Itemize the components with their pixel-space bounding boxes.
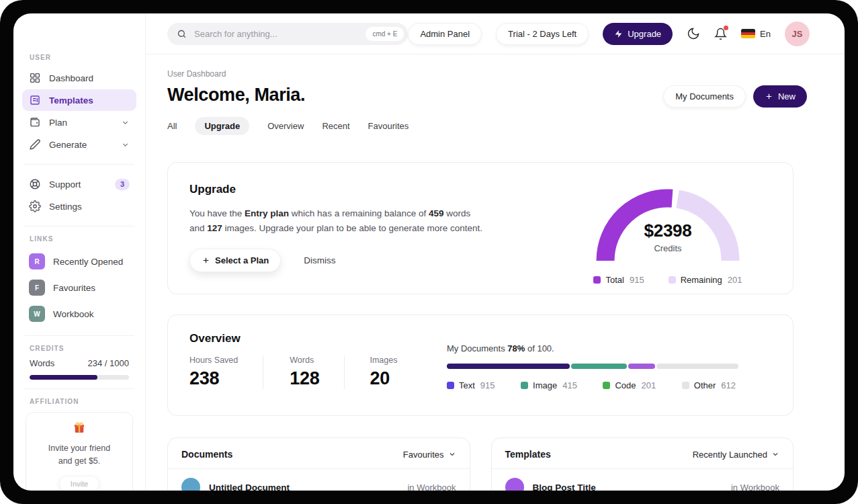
credits-row: Words 234 / 1000 — [30, 358, 129, 368]
filter-label: Favourites — [403, 450, 444, 460]
user-avatar[interactable]: JS — [785, 22, 810, 46]
upgrade-button[interactable]: Upgrade — [603, 23, 673, 45]
credits-amount: $2398 — [587, 220, 748, 241]
tab-overview[interactable]: Overview — [267, 121, 304, 131]
stat-words: Words 128 — [263, 355, 344, 389]
affiliation-text-line2: and get $5. — [58, 456, 101, 466]
upgrade-card: Upgrade You have the Entry plan which ha… — [167, 162, 793, 294]
sidebar-item-generate[interactable]: Generate — [22, 134, 136, 155]
dismiss-button[interactable]: Dismiss — [300, 255, 339, 266]
credits-metric-label: Words — [30, 358, 54, 368]
list-item[interactable]: Blog Post Title in Workbook — [492, 469, 793, 491]
panel-title: Documents — [181, 449, 232, 460]
template-avatar — [505, 478, 524, 491]
affiliation-card: Invite your friend and get $5. Invite — [26, 412, 133, 491]
dashboard-grid-icon — [29, 72, 41, 84]
plus-icon — [202, 256, 210, 265]
german-flag-icon — [741, 29, 755, 38]
legend-swatch — [669, 276, 676, 284]
sidebar-link-workbook[interactable]: W Workbook — [22, 301, 136, 327]
new-button-label: New — [778, 91, 796, 101]
tab-upgrade[interactable]: Upgrade — [195, 117, 249, 135]
panel-header: Documents Favourites — [168, 438, 470, 469]
trial-status-button[interactable]: Trial - 2 Days Left — [496, 23, 589, 45]
documents-bar-legend: Text915Image415Code201Other612 — [447, 380, 738, 390]
sidebar-item-templates[interactable]: Templates — [22, 89, 136, 111]
templates-filter-dropdown[interactable]: Recently Launched — [693, 450, 779, 460]
stat-label: Words — [290, 355, 319, 365]
chevron-down-icon — [121, 118, 130, 127]
legend-name: Remaining — [681, 275, 722, 285]
wallet-icon — [29, 116, 41, 128]
upgrade-button-label: Upgrade — [628, 29, 661, 39]
documents-stacked-bar — [447, 364, 738, 369]
sidebar-item-support[interactable]: Support 3 — [22, 173, 136, 195]
bar-legend-item: Text915 — [447, 380, 495, 390]
new-button[interactable]: New — [753, 85, 807, 108]
admin-panel-button[interactable]: Admin Panel — [408, 23, 482, 45]
documents-panel: Documents Favourites Untitled Document i… — [167, 437, 470, 491]
document-avatar — [181, 478, 200, 491]
sidebar-item-plan[interactable]: Plan — [22, 112, 136, 133]
credits-section-label: CREDITS — [30, 345, 129, 352]
search-bar[interactable]: cmd + E — [167, 23, 408, 45]
body-text: images. Upgrade your plan to be able to … — [222, 223, 482, 233]
caption-text: of 100. — [525, 343, 554, 353]
chevron-down-icon — [771, 450, 779, 458]
search-input[interactable] — [193, 28, 359, 40]
legend-name: Code — [615, 380, 636, 390]
legend-value: 915 — [480, 380, 495, 390]
search-icon — [177, 29, 187, 39]
chevron-down-icon — [448, 450, 456, 458]
filter-label: Recently Launched — [693, 450, 767, 460]
legend-swatch — [603, 382, 610, 389]
tab-recent[interactable]: Recent — [322, 121, 349, 131]
credits-caption: Credits — [587, 243, 748, 253]
credits-value: 234 / 1000 — [88, 358, 129, 368]
plan-name: Entry plan — [245, 208, 289, 218]
legend-swatch — [521, 382, 528, 389]
notifications-button[interactable] — [714, 28, 727, 40]
documents-percent: 78% — [507, 343, 525, 353]
tab-all[interactable]: All — [167, 121, 177, 131]
sidebar-link-favourites[interactable]: F Favourites — [22, 275, 136, 300]
stat-value: 128 — [290, 368, 319, 389]
sidebar-item-label: Support — [49, 179, 81, 190]
gauge-center-text: $2398 Credits — [587, 220, 748, 253]
bar-legend-item: Other612 — [682, 380, 736, 390]
plus-icon — [765, 92, 773, 101]
document-title: Untitled Document — [209, 482, 290, 491]
sidebar-item-label: Dashboard — [49, 73, 93, 83]
header-actions: My Documents New — [663, 85, 807, 108]
sidebar-link-recently-opened[interactable]: R Recently Opened — [22, 249, 136, 274]
list-item[interactable]: Untitled Document in Workbook — [168, 469, 470, 491]
legend-value: 915 — [630, 275, 644, 285]
credits-gauge: $2398 Credits Total915Remaining201 — [583, 180, 753, 285]
search-shortcut-hint: cmd + E — [366, 27, 404, 41]
link-letter-square: F — [29, 280, 45, 296]
credits-progress-track — [30, 375, 129, 380]
support-count-badge: 3 — [115, 179, 130, 190]
legend-swatch — [682, 382, 689, 389]
select-plan-button[interactable]: Select a Plan — [189, 249, 281, 272]
stat-label: Images — [370, 355, 397, 365]
documents-filter-dropdown[interactable]: Favourites — [403, 450, 456, 460]
stat-value: 20 — [370, 368, 397, 389]
legend-name: Text — [459, 380, 475, 390]
language-selector[interactable]: En — [741, 29, 771, 39]
dark-mode-toggle[interactable] — [687, 27, 700, 40]
sidebar-item-dashboard[interactable]: Dashboard — [22, 67, 136, 89]
sidebar-item-settings[interactable]: Settings — [22, 196, 136, 217]
sidebar-divider — [24, 226, 134, 226]
legend-name: Image — [533, 380, 557, 390]
page-content: User Dashboard Welcome, Maria. My Docume… — [146, 54, 845, 491]
gift-icon — [73, 421, 86, 437]
invite-button[interactable]: Invite — [59, 476, 99, 491]
credits-progress-fill — [30, 375, 97, 380]
my-documents-button[interactable]: My Documents — [663, 85, 746, 108]
gauge-legend-item: Total915 — [593, 275, 644, 285]
gear-icon — [29, 200, 41, 212]
tab-favourites[interactable]: Favourites — [368, 121, 409, 131]
sidebar-item-label: Generate — [49, 140, 87, 150]
notification-dot — [724, 26, 728, 30]
